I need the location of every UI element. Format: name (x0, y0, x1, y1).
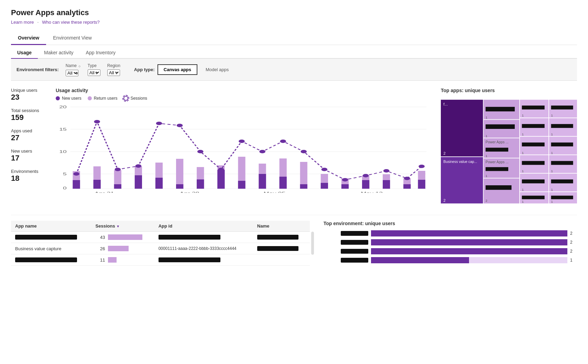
sessions-bar-1: 43 (96, 234, 150, 240)
env-bar-track-1 (371, 239, 567, 245)
table-scrollbar[interactable] (311, 232, 314, 255)
name-sort-icon[interactable]: ⬦ (78, 63, 81, 68)
svg-rect-82 (486, 148, 508, 152)
model-apps-button[interactable]: Model apps (200, 65, 234, 74)
chart-legend: New users Return users Sessions (56, 96, 433, 101)
redacted-app-name-3 (15, 257, 77, 262)
table-row: 43 (11, 232, 310, 243)
page-title: Power Apps analytics (11, 8, 577, 17)
svg-rect-110 (522, 161, 545, 165)
app-id-cell: 00001111-aaaa-2222-bbbb-3333cccc4444 (154, 243, 253, 254)
canvas-apps-button[interactable]: Canvas apps (157, 64, 197, 75)
sessions-bar-2: 26 (96, 246, 150, 251)
svg-point-47 (94, 120, 100, 123)
svg-text:1: 1 (486, 154, 487, 158)
svg-point-46 (73, 172, 79, 176)
svg-rect-89 (486, 185, 511, 190)
col-sessions[interactable]: Sessions ▼ (91, 221, 154, 232)
type-select[interactable]: All (88, 69, 100, 76)
table-row: Business value capture 26 00001111-aaaa-… (11, 243, 310, 254)
link-separator: · (37, 19, 39, 25)
usage-chart: 20 15 10 5 0 (56, 103, 433, 193)
svg-text:0: 0 (63, 186, 67, 190)
left-stats: Unique users 23 Total sessions 159 Apps … (11, 88, 56, 207)
app-type-group: App type: Canvas apps Model apps (134, 64, 234, 75)
svg-rect-101 (551, 124, 573, 128)
svg-rect-15 (114, 184, 121, 189)
treemap: f... 2 Business value cap... 2 1 1 (441, 97, 577, 207)
svg-rect-25 (217, 170, 225, 189)
sessions-cell: 26 (91, 243, 154, 254)
svg-text:1: 1 (551, 188, 553, 191)
svg-rect-116 (522, 179, 545, 183)
name-filter-group: Name ⬦ All (66, 63, 81, 76)
sessions-fill-1 (108, 234, 142, 240)
svg-point-49 (135, 164, 142, 168)
col-app-name: App name (11, 221, 91, 232)
redacted-app-id-1 (159, 235, 220, 240)
svg-text:1: 1 (522, 132, 524, 136)
table-header-row: App name Sessions ▼ App id Name (11, 221, 310, 232)
svg-text:1: 1 (486, 134, 487, 138)
svg-point-60 (363, 174, 369, 177)
type-filter-label: Type (88, 63, 100, 68)
name-cell (253, 254, 310, 266)
svg-text:5: 5 (63, 172, 67, 176)
env-bar-val-2: 2 (570, 249, 577, 254)
svg-text:Apr 28: Apr 28 (179, 191, 199, 193)
svg-point-55 (259, 150, 265, 153)
app-name-cell: Business value capture (11, 243, 91, 254)
env-bar-track-2 (371, 248, 567, 254)
svg-rect-113 (551, 161, 573, 165)
tab-overview[interactable]: Overview (11, 32, 46, 45)
svg-text:May 12: May 12 (361, 191, 383, 193)
legend-new-users: New users (56, 96, 81, 101)
env-bar-val-1: 2 (570, 240, 577, 245)
svg-rect-107 (551, 143, 573, 146)
sub-tab-usage[interactable]: Usage (11, 47, 38, 59)
name-select-wrap: All (66, 70, 81, 76)
table-section: App name Sessions ▼ App id Name (11, 221, 315, 266)
bottom-section: App name Sessions ▼ App id Name (11, 215, 577, 266)
redacted-name-2 (257, 246, 298, 251)
svg-rect-20 (176, 159, 183, 189)
who-can-view-link[interactable]: Who can view these reports? (42, 20, 100, 25)
svg-text:Business value cap...: Business value cap... (444, 160, 477, 164)
env-bar-fill-1 (371, 239, 567, 245)
filters-bar: Environment filters: Name ⬦ All Type All… (11, 59, 577, 81)
svg-rect-31 (280, 177, 287, 189)
svg-point-54 (239, 140, 245, 143)
region-select[interactable]: All (107, 69, 120, 76)
tab-environment-view[interactable]: Environment View (46, 32, 99, 45)
svg-rect-13 (94, 180, 101, 189)
svg-rect-125 (551, 196, 573, 199)
sub-tab-maker-activity[interactable]: Maker activity (38, 47, 80, 59)
svg-rect-27 (238, 181, 245, 189)
filter-bar-label: Environment filters: (17, 67, 59, 72)
env-bar-row-1: 2 (324, 239, 577, 245)
treemap-svg: f... 2 Business value cap... 2 1 1 (441, 97, 577, 207)
app-id-cell (154, 232, 253, 243)
name-filter-label: Name ⬦ (66, 63, 81, 68)
svg-point-56 (280, 140, 286, 143)
stat-total-sessions: Total sessions 159 (11, 108, 50, 122)
name-select[interactable]: All (66, 70, 78, 76)
svg-point-48 (115, 168, 121, 171)
sub-tab-app-inventory[interactable]: App Inventory (80, 47, 122, 59)
svg-text:1: 1 (522, 200, 524, 203)
redacted-name-1 (257, 235, 298, 240)
learn-more-link[interactable]: Learn more (11, 20, 34, 25)
legend-sessions: Sessions (123, 96, 147, 101)
svg-point-62 (404, 177, 410, 180)
svg-text:2: 2 (486, 199, 487, 202)
svg-rect-39 (362, 180, 369, 189)
region-select-wrap: All (107, 69, 120, 76)
env-bar-row-0: 2 (324, 230, 577, 236)
svg-rect-75 (486, 107, 515, 111)
legend-return-users: Return users (88, 96, 118, 101)
svg-text:1: 1 (551, 169, 553, 173)
svg-point-58 (322, 168, 328, 171)
svg-text:2: 2 (444, 151, 446, 155)
sessions-cell: 43 (91, 232, 154, 243)
table-row: 11 (11, 254, 310, 266)
